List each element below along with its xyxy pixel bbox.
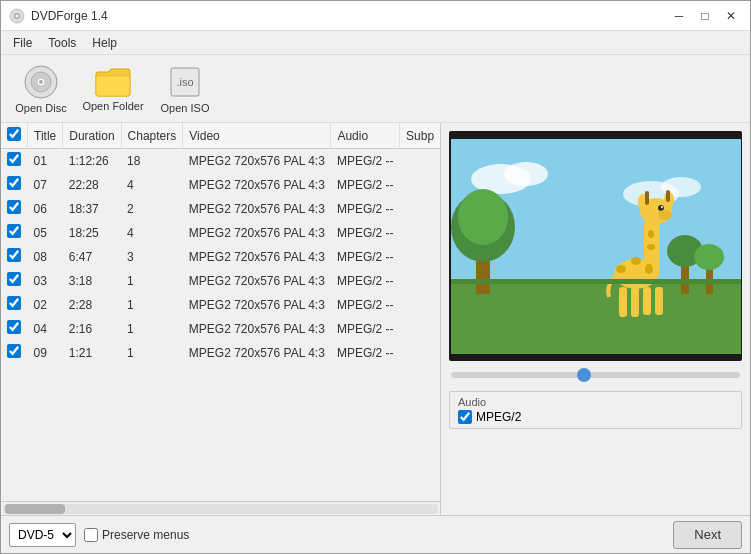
row-checkbox-5[interactable] xyxy=(7,272,21,286)
col-title: Title xyxy=(28,123,63,149)
toolbar: Open Disc Open Folder .iso Open ISO xyxy=(1,55,750,123)
cell-video-2: MPEG2 720x576 PAL 4:3 xyxy=(183,197,331,221)
cell-title-1: 07 xyxy=(28,173,63,197)
row-checkbox-2[interactable] xyxy=(7,200,21,214)
cell-title-0: 01 xyxy=(28,149,63,173)
dvd-format-select[interactable]: DVD-5 DVD-9 xyxy=(9,523,76,547)
cell-audio-2: MPEG/2 -- xyxy=(331,197,400,221)
cell-chapters-6: 1 xyxy=(121,293,183,317)
svg-rect-27 xyxy=(645,191,649,205)
table-container: Title Duration Chapters Video Audio Subp… xyxy=(1,123,440,501)
cell-subtitles-1 xyxy=(400,173,440,197)
col-duration: Duration xyxy=(63,123,121,149)
cell-duration-1: 22:28 xyxy=(63,173,121,197)
row-checkbox-0[interactable] xyxy=(7,152,21,166)
svg-point-30 xyxy=(661,206,663,208)
row-checkbox-cell xyxy=(1,173,28,197)
row-checkbox-8[interactable] xyxy=(7,344,21,358)
svg-point-21 xyxy=(694,244,724,270)
open-folder-button[interactable]: Open Folder xyxy=(81,59,145,119)
cell-video-4: MPEG2 720x576 PAL 4:3 xyxy=(183,245,331,269)
preserve-menus-label: Preserve menus xyxy=(102,528,189,542)
svg-point-31 xyxy=(631,257,641,265)
preview-area xyxy=(449,131,742,361)
horizontal-scrollbar[interactable] xyxy=(1,501,440,515)
menu-bar: File Tools Help xyxy=(1,31,750,55)
cell-chapters-8: 1 xyxy=(121,341,183,365)
cell-subtitles-2 xyxy=(400,197,440,221)
preserve-menus-checkbox[interactable] xyxy=(84,528,98,542)
cell-duration-6: 2:28 xyxy=(63,293,121,317)
scrollbar-track xyxy=(3,504,438,514)
col-chapters: Chapters xyxy=(121,123,183,149)
cell-title-5: 03 xyxy=(28,269,63,293)
svg-rect-36 xyxy=(619,287,627,317)
table-row: 02 2:28 1 MPEG2 720x576 PAL 4:3 MPEG/2 -… xyxy=(1,293,440,317)
iso-icon: .iso xyxy=(167,64,203,100)
row-checkbox-cell xyxy=(1,269,28,293)
row-checkbox-7[interactable] xyxy=(7,320,21,334)
cell-chapters-4: 3 xyxy=(121,245,183,269)
cell-audio-8: MPEG/2 -- xyxy=(331,341,400,365)
right-panel: Audio MPEG/2 xyxy=(441,123,750,515)
row-checkbox-cell xyxy=(1,293,28,317)
cell-title-4: 08 xyxy=(28,245,63,269)
row-checkbox-1[interactable] xyxy=(7,176,21,190)
title-bar-controls: ─ □ ✕ xyxy=(668,5,742,27)
svg-point-33 xyxy=(616,265,626,273)
cell-duration-0: 1:12:26 xyxy=(63,149,121,173)
table-row: 05 18:25 4 MPEG2 720x576 PAL 4:3 MPEG/2 … xyxy=(1,221,440,245)
preserve-menus-container: Preserve menus xyxy=(84,528,189,542)
cell-chapters-3: 4 xyxy=(121,221,183,245)
cell-audio-4: MPEG/2 -- xyxy=(331,245,400,269)
audio-section: Audio MPEG/2 xyxy=(449,391,742,429)
col-audio: Audio xyxy=(331,123,400,149)
cell-duration-5: 3:18 xyxy=(63,269,121,293)
menu-file[interactable]: File xyxy=(5,34,40,52)
table-row: 01 1:12:26 18 MPEG2 720x576 PAL 4:3 MPEG… xyxy=(1,149,440,173)
menu-tools[interactable]: Tools xyxy=(40,34,84,52)
table-row: 04 2:16 1 MPEG2 720x576 PAL 4:3 MPEG/2 -… xyxy=(1,317,440,341)
row-checkbox-6[interactable] xyxy=(7,296,21,310)
open-disc-label: Open Disc xyxy=(15,102,66,114)
cell-subtitles-6 xyxy=(400,293,440,317)
cell-title-7: 04 xyxy=(28,317,63,341)
bottom-left: DVD-5 DVD-9 Preserve menus xyxy=(9,523,189,547)
svg-point-12 xyxy=(504,162,548,186)
giraffe-preview xyxy=(451,139,741,354)
row-checkbox-cell xyxy=(1,149,28,173)
svg-point-32 xyxy=(645,264,653,274)
audio-mpeg2-checkbox[interactable] xyxy=(458,410,472,424)
svg-point-6 xyxy=(39,80,43,84)
progress-thumb[interactable] xyxy=(577,368,591,382)
svg-point-35 xyxy=(647,244,655,250)
left-panel: Title Duration Chapters Video Audio Subp… xyxy=(1,123,441,515)
close-button[interactable]: ✕ xyxy=(720,5,742,27)
cell-audio-1: MPEG/2 -- xyxy=(331,173,400,197)
scrollbar-thumb[interactable] xyxy=(5,504,65,514)
cell-duration-3: 18:25 xyxy=(63,221,121,245)
cell-duration-7: 2:16 xyxy=(63,317,121,341)
open-disc-button[interactable]: Open Disc xyxy=(9,59,73,119)
main-content: Title Duration Chapters Video Audio Subp… xyxy=(1,123,750,515)
menu-help[interactable]: Help xyxy=(84,34,125,52)
col-video: Video xyxy=(183,123,331,149)
disc-icon xyxy=(23,64,59,100)
table-row: 06 18:37 2 MPEG2 720x576 PAL 4:3 MPEG/2 … xyxy=(1,197,440,221)
row-checkbox-cell xyxy=(1,341,28,365)
table-row: 07 22:28 4 MPEG2 720x576 PAL 4:3 MPEG/2 … xyxy=(1,173,440,197)
svg-point-17 xyxy=(458,189,508,245)
header-checkbox[interactable] xyxy=(7,127,21,141)
open-iso-button[interactable]: .iso Open ISO xyxy=(153,59,217,119)
row-checkbox-4[interactable] xyxy=(7,248,21,262)
svg-rect-28 xyxy=(666,190,670,202)
minimize-button[interactable]: ─ xyxy=(668,5,690,27)
cell-audio-5: MPEG/2 -- xyxy=(331,269,400,293)
cell-subtitles-3 xyxy=(400,221,440,245)
cell-title-2: 06 xyxy=(28,197,63,221)
row-checkbox-3[interactable] xyxy=(7,224,21,238)
svg-point-34 xyxy=(648,230,654,238)
audio-mpeg2-label: MPEG/2 xyxy=(476,410,521,424)
maximize-button[interactable]: □ xyxy=(694,5,716,27)
next-button[interactable]: Next xyxy=(673,521,742,549)
